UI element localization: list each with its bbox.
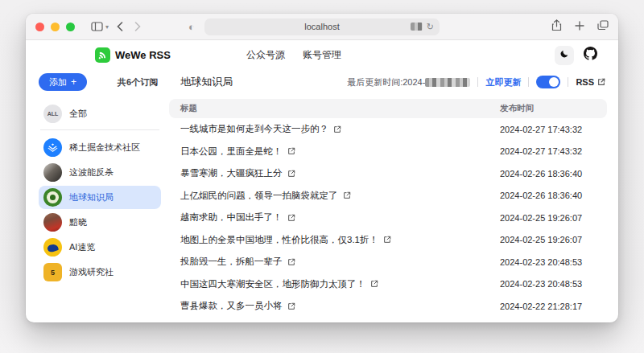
article-table: 标题 发布时间 一线城市是如何走到今天这一步的？ 2024-02-27 17:4… bbox=[169, 97, 607, 318]
last-update-label: 最后更新时间:2024- bbox=[347, 77, 425, 87]
row-title[interactable]: 一线城市是如何走到今天这一步的？ bbox=[180, 123, 328, 135]
table-row[interactable]: 地图上的全景中国地理，性价比很高，仅3.1折！ 2024-02-25 19:26… bbox=[169, 229, 607, 252]
table-row[interactable]: 曹县爆款，又多一员小将 2024-02-22 21:28:17 bbox=[169, 295, 607, 318]
toggle-knob bbox=[549, 77, 559, 87]
nav-accounts-link[interactable]: 账号管理 bbox=[303, 48, 341, 62]
row-time: 2024-02-25 19:26:07 bbox=[500, 213, 607, 223]
external-link-icon[interactable] bbox=[287, 170, 295, 178]
row-title[interactable]: 曹县爆款，又多一员小将 bbox=[180, 300, 283, 312]
earth-knowledge-logo-icon bbox=[43, 188, 62, 207]
divider bbox=[477, 77, 478, 87]
github-icon bbox=[584, 47, 597, 60]
sidebar-item-label: 地球知识局 bbox=[69, 191, 114, 203]
external-link-icon[interactable] bbox=[383, 236, 391, 244]
main-content: ALL 全部 稀土掘金技术社区 这波能反杀 bbox=[26, 94, 618, 318]
sidebar-item-label: 这波能反杀 bbox=[69, 166, 114, 179]
external-link-icon[interactable] bbox=[287, 214, 295, 222]
plus-icon: + bbox=[71, 76, 76, 88]
sidebar-item-label: 黯晓 bbox=[69, 216, 87, 228]
table-row[interactable]: 越南求助，中国出手了！ 2024-02-25 19:26:07 bbox=[169, 207, 607, 229]
row-title[interactable]: 中国这四大寒潮安全区，地形防御力太顶了！ bbox=[180, 278, 365, 290]
table-row[interactable]: 日本公园，里面全是蛇！ 2024-02-27 17:43:32 bbox=[169, 141, 607, 163]
ai-digest-logo-icon bbox=[43, 238, 62, 257]
sidebar-item-earth-selected[interactable]: 地球知识局 bbox=[39, 186, 161, 209]
last-update-time: 最后更新时间:2024- bbox=[347, 76, 470, 88]
all-avatar: ALL bbox=[43, 105, 62, 123]
row-time: 2024-02-27 17:43:32 bbox=[500, 125, 607, 134]
table-row[interactable]: 上亿烟民的问题，领导一拍脑袋就定了 2024-02-26 18:36:40 bbox=[169, 185, 607, 207]
table-row[interactable]: 暴雪寒潮，大疆疯狂上分 2024-02-26 18:36:40 bbox=[169, 162, 607, 185]
tab-overview-button[interactable] bbox=[597, 19, 609, 34]
new-tab-button[interactable] bbox=[575, 19, 584, 34]
row-title[interactable]: 投胎毁一生，拆船一辈子 bbox=[180, 256, 283, 268]
row-time: 2024-02-23 20:48:53 bbox=[500, 279, 607, 289]
sidebar-divider bbox=[40, 129, 159, 130]
app-brand[interactable]: WeWe RSS bbox=[95, 47, 171, 63]
divider bbox=[568, 77, 568, 87]
avatar bbox=[43, 213, 62, 232]
external-link-icon[interactable] bbox=[343, 191, 351, 199]
sidebar-item-juejin[interactable]: 稀土掘金技术社区 bbox=[39, 136, 161, 159]
github-link[interactable] bbox=[584, 47, 597, 64]
external-link-icon[interactable] bbox=[287, 302, 295, 310]
privacy-report-icon[interactable]: ◐ bbox=[188, 21, 195, 33]
address-bar[interactable]: localhost ↻ bbox=[204, 18, 440, 35]
row-time: 2024-02-23 20:48:53 bbox=[500, 257, 607, 267]
sidebar-item-label: 全部 bbox=[69, 108, 87, 120]
row-title[interactable]: 日本公园，里面全是蛇！ bbox=[180, 146, 283, 158]
row-time: 2024-02-27 17:43:32 bbox=[500, 146, 607, 156]
reload-icon[interactable]: ↻ bbox=[427, 22, 434, 32]
table-row[interactable]: 一线城市是如何走到今天这一步的？ 2024-02-27 17:43:32 bbox=[169, 118, 607, 141]
rss-link[interactable]: RSS bbox=[576, 77, 605, 87]
row-time: 2024-02-26 18:36:40 bbox=[500, 169, 607, 179]
sidebar-item-ai[interactable]: AI速览 bbox=[39, 236, 161, 259]
juejin-logo-icon bbox=[43, 138, 62, 157]
sidebar-toggle-icon[interactable] bbox=[91, 22, 103, 31]
close-window-button[interactable] bbox=[35, 23, 44, 31]
row-title[interactable]: 越南求助，中国出手了！ bbox=[180, 211, 283, 224]
update-now-link[interactable]: 立即更新 bbox=[485, 76, 521, 88]
zoom-window-button[interactable] bbox=[66, 23, 75, 31]
sidebar-chevron-icon[interactable]: ▾ bbox=[105, 23, 109, 31]
game-research-logo-icon: 5 bbox=[43, 263, 62, 281]
sidebar-item-game[interactable]: 5 游戏研究社 bbox=[39, 261, 161, 284]
feed-enabled-toggle[interactable] bbox=[536, 76, 560, 88]
row-title[interactable]: 上亿烟民的问题，领导一拍脑袋就定了 bbox=[180, 190, 338, 202]
external-link-icon[interactable] bbox=[287, 147, 295, 155]
row-time: 2024-02-22 21:28:17 bbox=[500, 302, 607, 311]
feed-toolbar: 添加 + 共6个订阅 地球知识局 最后更新时间:2024- 立即更新 RSS bbox=[26, 70, 618, 94]
forward-button[interactable] bbox=[134, 22, 141, 31]
address-bar-url: localhost bbox=[304, 22, 339, 31]
sidebar-item-label: 稀土掘金技术社区 bbox=[69, 142, 140, 154]
nav-feeds-link[interactable]: 公众号源 bbox=[246, 48, 285, 62]
browser-toolbar: ▾ ◐ localhost ↻ bbox=[26, 14, 618, 40]
avatar bbox=[43, 163, 62, 182]
browser-window: ▾ ◐ localhost ↻ bbox=[26, 14, 618, 322]
row-title[interactable]: 地图上的全景中国地理，性价比很高，仅3.1折！ bbox=[180, 234, 378, 246]
sidebar-item-zhebo[interactable]: 这波能反杀 bbox=[39, 161, 161, 184]
table-row[interactable]: 中国这四大寒潮安全区，地形防御力太顶了！ 2024-02-23 20:48:53 bbox=[169, 273, 607, 296]
row-title[interactable]: 暴雪寒潮，大疆疯狂上分 bbox=[180, 167, 283, 179]
share-button[interactable] bbox=[551, 19, 562, 35]
sidebar-item-all[interactable]: ALL 全部 bbox=[39, 102, 161, 125]
minimize-window-button[interactable] bbox=[51, 23, 60, 31]
feed-title: 地球知识局 bbox=[180, 75, 233, 89]
extension-icon[interactable] bbox=[411, 23, 423, 31]
table-row[interactable]: 投胎毁一生，拆船一辈子 2024-02-23 20:48:53 bbox=[169, 251, 607, 273]
sidebar-item-label: AI速览 bbox=[69, 241, 95, 253]
traffic-lights bbox=[35, 23, 75, 31]
subscription-count: 共6个订阅 bbox=[118, 76, 158, 88]
column-title-header: 标题 bbox=[169, 103, 500, 114]
rss-label: RSS bbox=[576, 77, 594, 87]
external-link-icon[interactable] bbox=[287, 258, 295, 266]
back-button[interactable] bbox=[117, 22, 123, 31]
app-header: 公众号源 账号管理 WeWe RSS bbox=[26, 40, 618, 70]
app-logo-icon bbox=[95, 47, 110, 63]
external-link-icon[interactable] bbox=[370, 280, 378, 288]
sidebar-item-anxiao[interactable]: 黯晓 bbox=[39, 211, 161, 234]
add-feed-button[interactable]: 添加 + bbox=[39, 73, 87, 91]
divider bbox=[528, 77, 529, 87]
add-feed-label: 添加 bbox=[49, 76, 67, 88]
row-time: 2024-02-25 19:26:07 bbox=[500, 235, 607, 244]
external-link-icon[interactable] bbox=[333, 125, 341, 133]
